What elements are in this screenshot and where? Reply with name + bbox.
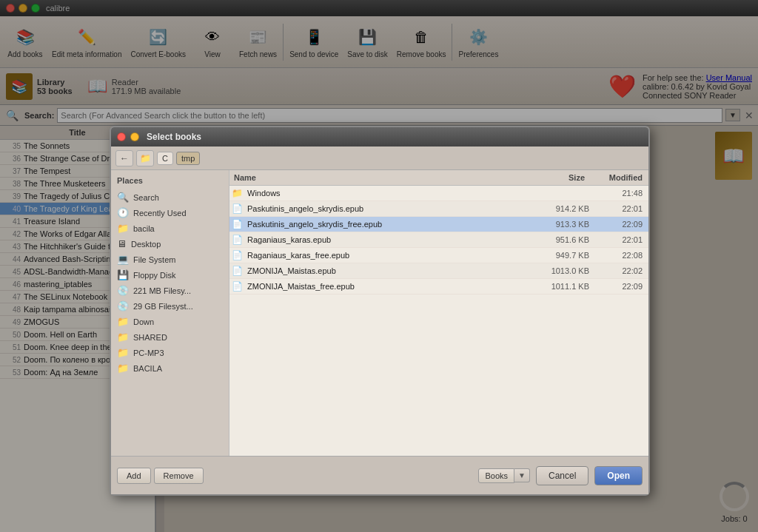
- dialog-title: Select books: [147, 132, 201, 142]
- books-select[interactable]: Books: [478, 468, 514, 483]
- add-button[interactable]: Add: [117, 468, 151, 484]
- file-icon: 📄: [229, 219, 244, 229]
- cancel-button[interactable]: Cancel: [536, 466, 588, 485]
- file-size: 914.2 KB: [523, 204, 589, 213]
- file-modified: 22:08: [589, 251, 648, 260]
- file-modified: 22:01: [589, 204, 648, 213]
- place-recently-used-label: Recently Used: [133, 209, 187, 218]
- add-remove-buttons: Add Remove: [117, 468, 204, 484]
- place-29gb-label: 29 GB Filesyst...: [133, 302, 193, 311]
- bacila-folder-icon: 📁: [117, 223, 129, 234]
- places-title: Places: [111, 173, 229, 189]
- file-icon: 📄: [229, 281, 244, 292]
- place-bacila2-label: BACILA: [133, 364, 162, 373]
- filesystem-icon: 💻: [117, 254, 129, 265]
- books-dropdown-button[interactable]: ▼: [514, 468, 530, 482]
- down-folder-icon: 📁: [117, 316, 129, 327]
- file-size: 913.3 KB: [523, 220, 589, 229]
- place-shared[interactable]: 📁 SHARED: [111, 329, 229, 345]
- search-icon: 🔍: [117, 192, 129, 203]
- file-list-item[interactable]: 📁 Windows 21:48: [229, 186, 648, 201]
- file-list-item[interactable]: 📄 Paskutinis_angelo_skrydis_free.epub 91…: [229, 217, 648, 232]
- nav-folder-button[interactable]: 📁: [136, 150, 154, 166]
- books-dropdown: Books ▼: [478, 468, 529, 483]
- file-list-item[interactable]: 📄 ZMONIJA_Maistas_free.epub 1011.1 KB 22…: [229, 279, 648, 294]
- place-pc-mp3-label: PC-MP3: [133, 349, 164, 357]
- place-desktop[interactable]: 🖥 Desktop: [111, 236, 229, 252]
- shared-folder-icon: 📁: [117, 331, 129, 343]
- dialog-body: Places 🔍 Search 🕐 Recently Used 📁 bacila…: [111, 170, 648, 456]
- file-icon: 📄: [229, 266, 244, 276]
- file-name: ZMONIJA_Maistas.epub: [244, 266, 523, 275]
- modal-overlay: Select books ← 📁 C tmp Places 🔍 Search 🕐…: [0, 0, 758, 532]
- file-icon: 📄: [229, 250, 244, 260]
- file-list-item[interactable]: 📄 Raganiaus_karas.epub 951.6 KB 22:01: [229, 232, 648, 248]
- recently-used-icon: 🕐: [117, 207, 129, 218]
- place-down-label: Down: [133, 317, 154, 326]
- file-name: Paskutinis_angelo_skrydis_free.epub: [244, 220, 523, 229]
- file-name: Windows: [244, 189, 523, 198]
- place-floppy[interactable]: 💾 Floppy Disk: [111, 267, 229, 283]
- dialog-minimize-button[interactable]: [130, 132, 139, 141]
- file-size: 1011.1 KB: [523, 282, 589, 291]
- place-down[interactable]: 📁 Down: [111, 314, 229, 329]
- place-filesystem-label: File System: [133, 255, 175, 264]
- place-desktop-label: Desktop: [131, 240, 161, 249]
- files-panel: Name Size Modified 📁 Windows 21:48 📄 Pas…: [229, 170, 648, 456]
- col-name-header[interactable]: Name: [229, 172, 523, 183]
- file-list-item[interactable]: 📄 Raganiaus_karas_free.epub 949.7 KB 22:…: [229, 248, 648, 263]
- file-name: ZMONIJA_Maistas_free.epub: [244, 282, 523, 291]
- place-29gb[interactable]: 💿 29 GB Filesyst...: [111, 298, 229, 314]
- dialog-titlebar: Select books: [111, 127, 648, 147]
- file-icon: 📄: [229, 235, 244, 245]
- dialog-navbar: ← 📁 C tmp: [111, 147, 648, 170]
- pc-mp3-folder-icon: 📁: [117, 347, 129, 358]
- 221mb-icon: 💿: [117, 285, 129, 296]
- file-list-item[interactable]: 📄 Paskutinis_angelo_skrydis.epub 914.2 K…: [229, 201, 648, 217]
- file-modified: 22:01: [589, 235, 648, 244]
- file-name: Raganiaus_karas_free.epub: [244, 251, 523, 260]
- place-bacila[interactable]: 📁 bacila: [111, 220, 229, 236]
- col-modified-header[interactable]: Modified: [589, 172, 648, 183]
- open-button[interactable]: Open: [594, 466, 643, 485]
- bacila2-folder-icon: 📁: [117, 363, 129, 374]
- file-list-item[interactable]: 📄 ZMONIJA_Maistas.epub 1013.0 KB 22:02: [229, 263, 648, 279]
- file-name: Raganiaus_karas.epub: [244, 235, 523, 244]
- floppy-icon: 💾: [117, 269, 129, 280]
- file-modified: 22:02: [589, 266, 648, 275]
- place-bacila-label: bacila: [133, 224, 155, 233]
- places-panel: Places 🔍 Search 🕐 Recently Used 📁 bacila…: [111, 170, 229, 456]
- remove-button[interactable]: Remove: [154, 468, 204, 484]
- select-books-dialog: Select books ← 📁 C tmp Places 🔍 Search 🕐…: [110, 126, 650, 496]
- files-header: Name Size Modified: [229, 170, 648, 186]
- file-modified: 22:09: [589, 220, 648, 229]
- place-bacila2[interactable]: 📁 BACILA: [111, 360, 229, 376]
- desktop-icon: 🖥: [117, 238, 127, 249]
- file-size: 1013.0 KB: [523, 266, 589, 275]
- place-search-label: Search: [133, 193, 159, 202]
- nav-path-tmp[interactable]: tmp: [176, 152, 200, 165]
- col-size-header[interactable]: Size: [523, 172, 589, 183]
- place-pc-mp3[interactable]: 📁 PC-MP3: [111, 345, 229, 360]
- dialog-close-button[interactable]: [117, 132, 126, 141]
- files-list: 📁 Windows 21:48 📄 Paskutinis_angelo_skry…: [229, 186, 648, 456]
- file-name: Paskutinis_angelo_skrydis.epub: [244, 204, 523, 213]
- place-recently-used[interactable]: 🕐 Recently Used: [111, 205, 229, 220]
- file-modified: 21:48: [589, 189, 648, 198]
- file-size: 951.6 KB: [523, 235, 589, 244]
- folder-icon: 📁: [229, 188, 244, 198]
- file-modified: 22:09: [589, 282, 648, 291]
- file-icon: 📄: [229, 203, 244, 214]
- place-filesystem[interactable]: 💻 File System: [111, 252, 229, 267]
- place-floppy-label: Floppy Disk: [133, 271, 175, 280]
- place-221mb-label: 221 MB Filesy...: [133, 286, 191, 295]
- 29gb-icon: 💿: [117, 300, 129, 312]
- dialog-footer: Add Remove Books ▼ Cancel Open: [111, 456, 648, 494]
- nav-path-c[interactable]: C: [157, 152, 173, 165]
- place-shared-label: SHARED: [133, 333, 167, 342]
- place-221mb[interactable]: 💿 221 MB Filesy...: [111, 283, 229, 298]
- nav-back-button[interactable]: ←: [115, 150, 133, 166]
- file-size: 949.7 KB: [523, 251, 589, 260]
- place-search[interactable]: 🔍 Search: [111, 189, 229, 205]
